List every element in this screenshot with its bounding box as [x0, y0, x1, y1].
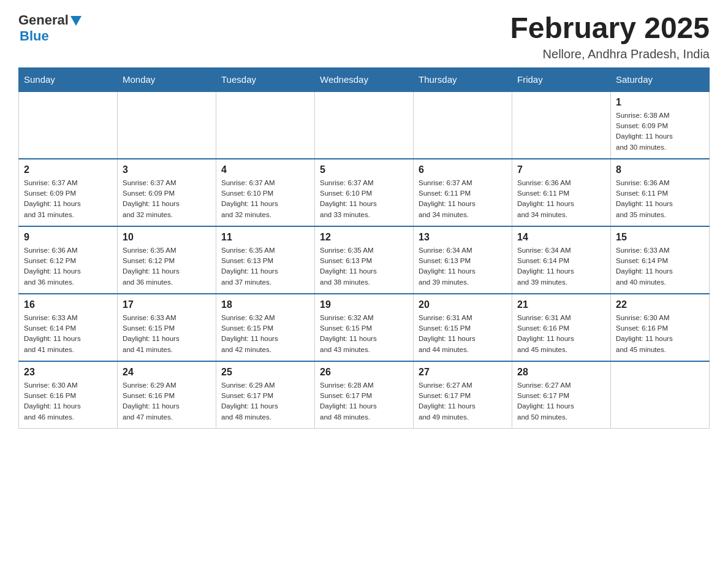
day-number: 6: [419, 164, 507, 175]
calendar-cell: [512, 91, 611, 159]
calendar-cell: 16Sunrise: 6:33 AMSunset: 6:14 PMDayligh…: [19, 294, 118, 361]
calendar-week-row: 16Sunrise: 6:33 AMSunset: 6:14 PMDayligh…: [19, 294, 710, 361]
calendar-cell: 23Sunrise: 6:30 AMSunset: 6:16 PMDayligh…: [19, 361, 118, 429]
day-number: 17: [123, 299, 211, 310]
day-info: Sunrise: 6:36 AMSunset: 6:11 PMDaylight:…: [517, 178, 605, 220]
day-info: Sunrise: 6:32 AMSunset: 6:15 PMDaylight:…: [221, 313, 309, 355]
day-number: 4: [221, 164, 309, 175]
calendar-cell: 5Sunrise: 6:37 AMSunset: 6:10 PMDaylight…: [315, 159, 414, 226]
calendar-cell: 19Sunrise: 6:32 AMSunset: 6:15 PMDayligh…: [315, 294, 414, 361]
day-number: 26: [320, 367, 408, 378]
day-info: Sunrise: 6:37 AMSunset: 6:09 PMDaylight:…: [123, 178, 211, 220]
calendar-cell: 12Sunrise: 6:35 AMSunset: 6:13 PMDayligh…: [315, 226, 414, 294]
calendar-week-row: 9Sunrise: 6:36 AMSunset: 6:12 PMDaylight…: [19, 226, 710, 294]
day-number: 8: [616, 164, 704, 175]
calendar-cell: 17Sunrise: 6:33 AMSunset: 6:15 PMDayligh…: [118, 294, 216, 361]
calendar-cell: 26Sunrise: 6:28 AMSunset: 6:17 PMDayligh…: [315, 361, 414, 429]
calendar-cell: [118, 91, 216, 159]
day-info: Sunrise: 6:37 AMSunset: 6:10 PMDaylight:…: [221, 178, 309, 220]
calendar-cell: 2Sunrise: 6:37 AMSunset: 6:09 PMDaylight…: [19, 159, 118, 226]
day-info: Sunrise: 6:37 AMSunset: 6:09 PMDaylight:…: [24, 178, 112, 220]
day-number: 28: [517, 367, 605, 378]
weekday-header: Wednesday: [315, 67, 414, 91]
calendar-cell: 1Sunrise: 6:38 AMSunset: 6:09 PMDaylight…: [611, 91, 710, 159]
day-info: Sunrise: 6:35 AMSunset: 6:13 PMDaylight:…: [320, 245, 408, 288]
calendar-cell: 3Sunrise: 6:37 AMSunset: 6:09 PMDaylight…: [118, 159, 216, 226]
calendar-cell: 28Sunrise: 6:27 AMSunset: 6:17 PMDayligh…: [512, 361, 611, 429]
day-info: Sunrise: 6:29 AMSunset: 6:17 PMDaylight:…: [221, 380, 309, 423]
day-number: 9: [24, 232, 112, 243]
calendar-cell: 9Sunrise: 6:36 AMSunset: 6:12 PMDaylight…: [19, 226, 118, 294]
calendar-cell: [414, 91, 512, 159]
day-info: Sunrise: 6:30 AMSunset: 6:16 PMDaylight:…: [616, 313, 704, 355]
calendar-table: SundayMondayTuesdayWednesdayThursdayFrid…: [18, 67, 710, 429]
logo: General Blue: [18, 12, 82, 44]
calendar-cell: 11Sunrise: 6:35 AMSunset: 6:13 PMDayligh…: [216, 226, 315, 294]
day-number: 18: [221, 299, 309, 310]
calendar-subtitle: Nellore, Andhra Pradesh, India: [510, 47, 710, 61]
logo-general-text: General: [18, 12, 69, 28]
day-info: Sunrise: 6:34 AMSunset: 6:14 PMDaylight:…: [517, 245, 605, 288]
day-number: 12: [320, 232, 408, 243]
day-info: Sunrise: 6:28 AMSunset: 6:17 PMDaylight:…: [320, 380, 408, 423]
day-info: Sunrise: 6:31 AMSunset: 6:16 PMDaylight:…: [517, 313, 605, 355]
calendar-cell: 8Sunrise: 6:36 AMSunset: 6:11 PMDaylight…: [611, 159, 710, 226]
day-info: Sunrise: 6:27 AMSunset: 6:17 PMDaylight:…: [419, 380, 507, 423]
day-info: Sunrise: 6:30 AMSunset: 6:16 PMDaylight:…: [24, 380, 112, 423]
calendar-cell: [315, 91, 414, 159]
day-info: Sunrise: 6:29 AMSunset: 6:16 PMDaylight:…: [123, 380, 211, 423]
calendar-week-row: 23Sunrise: 6:30 AMSunset: 6:16 PMDayligh…: [19, 361, 710, 429]
day-info: Sunrise: 6:34 AMSunset: 6:13 PMDaylight:…: [419, 245, 507, 288]
day-info: Sunrise: 6:38 AMSunset: 6:09 PMDaylight:…: [616, 110, 704, 153]
weekday-header: Thursday: [414, 67, 512, 91]
day-number: 1: [616, 97, 704, 108]
day-info: Sunrise: 6:35 AMSunset: 6:13 PMDaylight:…: [221, 245, 309, 288]
calendar-cell: 4Sunrise: 6:37 AMSunset: 6:10 PMDaylight…: [216, 159, 315, 226]
day-number: 24: [123, 367, 211, 378]
calendar-cell: 22Sunrise: 6:30 AMSunset: 6:16 PMDayligh…: [611, 294, 710, 361]
day-number: 3: [123, 164, 211, 175]
weekday-header: Sunday: [19, 67, 118, 91]
day-number: 5: [320, 164, 408, 175]
day-number: 7: [517, 164, 605, 175]
day-number: 10: [123, 232, 211, 243]
calendar-cell: [19, 91, 118, 159]
calendar-cell: 13Sunrise: 6:34 AMSunset: 6:13 PMDayligh…: [414, 226, 512, 294]
day-number: 19: [320, 299, 408, 310]
day-info: Sunrise: 6:27 AMSunset: 6:17 PMDaylight:…: [517, 380, 605, 423]
day-info: Sunrise: 6:33 AMSunset: 6:14 PMDaylight:…: [616, 245, 704, 288]
calendar-cell: 21Sunrise: 6:31 AMSunset: 6:16 PMDayligh…: [512, 294, 611, 361]
page-header: General Blue February 2025 Nellore, Andh…: [18, 12, 710, 61]
day-number: 15: [616, 232, 704, 243]
day-number: 2: [24, 164, 112, 175]
weekday-header: Tuesday: [216, 67, 315, 91]
calendar-cell: 24Sunrise: 6:29 AMSunset: 6:16 PMDayligh…: [118, 361, 216, 429]
weekday-header: Friday: [512, 67, 611, 91]
weekday-header: Monday: [118, 67, 216, 91]
calendar-week-row: 2Sunrise: 6:37 AMSunset: 6:09 PMDaylight…: [19, 159, 710, 226]
calendar-cell: 7Sunrise: 6:36 AMSunset: 6:11 PMDaylight…: [512, 159, 611, 226]
weekday-header: Saturday: [611, 67, 710, 91]
day-info: Sunrise: 6:35 AMSunset: 6:12 PMDaylight:…: [123, 245, 211, 288]
calendar-cell: [611, 361, 710, 429]
day-info: Sunrise: 6:36 AMSunset: 6:11 PMDaylight:…: [616, 178, 704, 220]
calendar-cell: 6Sunrise: 6:37 AMSunset: 6:11 PMDaylight…: [414, 159, 512, 226]
day-info: Sunrise: 6:33 AMSunset: 6:14 PMDaylight:…: [24, 313, 112, 355]
calendar-cell: 15Sunrise: 6:33 AMSunset: 6:14 PMDayligh…: [611, 226, 710, 294]
svg-marker-0: [70, 16, 82, 26]
day-number: 21: [517, 299, 605, 310]
calendar-cell: 18Sunrise: 6:32 AMSunset: 6:15 PMDayligh…: [216, 294, 315, 361]
logo-triangle-icon: [70, 16, 82, 26]
calendar-cell: 27Sunrise: 6:27 AMSunset: 6:17 PMDayligh…: [414, 361, 512, 429]
calendar-cell: [216, 91, 315, 159]
calendar-cell: 20Sunrise: 6:31 AMSunset: 6:15 PMDayligh…: [414, 294, 512, 361]
day-number: 25: [221, 367, 309, 378]
day-info: Sunrise: 6:32 AMSunset: 6:15 PMDaylight:…: [320, 313, 408, 355]
day-number: 13: [419, 232, 507, 243]
day-number: 27: [419, 367, 507, 378]
calendar-cell: 10Sunrise: 6:35 AMSunset: 6:12 PMDayligh…: [118, 226, 216, 294]
day-number: 23: [24, 367, 112, 378]
day-number: 11: [221, 232, 309, 243]
calendar-cell: 14Sunrise: 6:34 AMSunset: 6:14 PMDayligh…: [512, 226, 611, 294]
day-info: Sunrise: 6:31 AMSunset: 6:15 PMDaylight:…: [419, 313, 507, 355]
